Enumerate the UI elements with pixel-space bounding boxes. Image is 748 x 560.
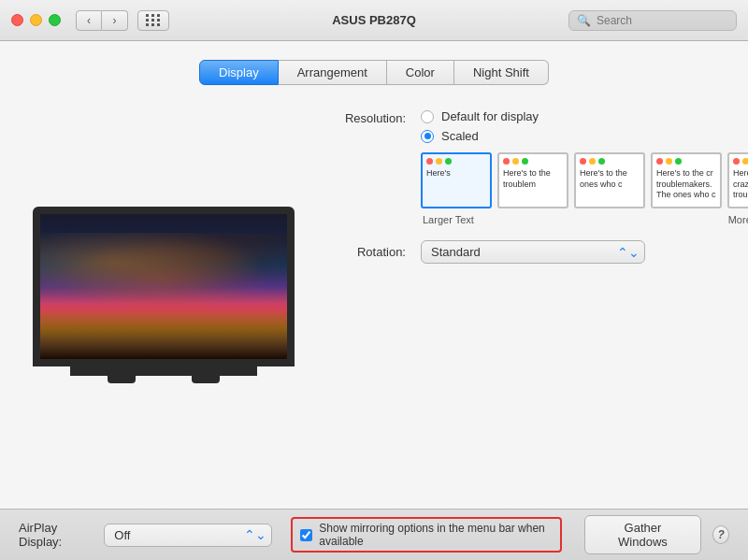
- main-content: Display Arrangement Color Night Shift: [0, 41, 748, 509]
- resolution-scaled-radio[interactable]: [421, 130, 434, 143]
- help-button[interactable]: ?: [712, 525, 729, 544]
- rotation-label: Rotation:: [322, 245, 406, 259]
- res-thumb-dots-4: [656, 158, 682, 165]
- res-thumb-5[interactable]: Here's to the crazy si troublemakers. Th…: [727, 152, 748, 208]
- dot-green-4: [675, 158, 682, 165]
- tab-color[interactable]: Color: [387, 60, 454, 85]
- resolution-thumbnails: Here's Here's to the troublem: [421, 152, 748, 208]
- more-space-label: More Space: [728, 214, 748, 225]
- mirroring-checkbox[interactable]: [300, 529, 312, 541]
- airplay-label: AirPlay Display:: [19, 521, 93, 549]
- dot-red-3: [580, 158, 586, 165]
- res-thumb-dots-1: [426, 158, 452, 165]
- res-thumb-text-4: Here's to the cr troublemakers. The ones…: [656, 168, 716, 202]
- resolution-label: Resolution:: [322, 109, 406, 125]
- search-bar[interactable]: 🔍: [568, 10, 737, 31]
- tab-bar: Display Arrangement Color Night Shift: [28, 60, 720, 85]
- rotation-section: Rotation: Standard 90° 180° 270° ⌃⌄: [322, 240, 748, 264]
- dot-yellow-2: [512, 158, 519, 165]
- grid-view-button[interactable]: [137, 10, 169, 31]
- traffic-lights: [11, 14, 61, 26]
- nav-buttons: ‹ ›: [76, 10, 128, 31]
- search-input[interactable]: [597, 14, 728, 27]
- tv-screen-wrapper: [33, 207, 295, 366]
- gather-windows-button[interactable]: Gather Windows: [584, 515, 702, 554]
- tab-night-shift[interactable]: Night Shift: [454, 60, 549, 85]
- res-thumb-2[interactable]: Here's to the troublem: [497, 152, 568, 208]
- airplay-select[interactable]: Off: [104, 524, 272, 547]
- dot-yellow-5: [742, 158, 748, 165]
- res-thumb-text-2: Here's to the troublem: [503, 168, 563, 190]
- dot-yellow-3: [589, 158, 596, 165]
- res-thumb-text-3: Here's to the ones who c: [580, 168, 640, 190]
- window-title: ASUS PB287Q: [332, 13, 416, 27]
- dot-green: [445, 158, 452, 165]
- tab-arrangement[interactable]: Arrangement: [279, 60, 387, 85]
- back-button[interactable]: ‹: [76, 10, 102, 31]
- mirroring-area: Show mirroring options in the menu bar w…: [291, 517, 561, 553]
- resolution-default-row: Default for display: [421, 109, 748, 123]
- resolution-scaled-row: Scaled: [421, 129, 748, 143]
- close-button[interactable]: [11, 14, 23, 26]
- resolution-scaled-label: Scaled: [441, 129, 479, 143]
- dot-red-4: [656, 158, 663, 165]
- tv-stand-top: [70, 366, 257, 376]
- res-thumb-dots-5: [733, 158, 748, 165]
- tv-screen-image: [40, 233, 287, 308]
- resolution-section: Resolution: Default for display Scaled: [322, 109, 748, 225]
- tv-frame: [33, 207, 295, 383]
- tv-screen: [40, 214, 287, 359]
- content-area: Resolution: Default for display Scaled: [28, 100, 720, 490]
- res-thumb-text-5: Here's to the crazy si troublemakers. Th…: [733, 168, 748, 202]
- rotation-select[interactable]: Standard 90° 180° 270°: [421, 240, 645, 264]
- tv-leg-left: [108, 376, 136, 383]
- airplay-select-wrapper: Off ⌃⌄: [104, 524, 272, 547]
- res-thumb-dots-3: [580, 158, 605, 165]
- settings-panel: Resolution: Default for display Scaled: [322, 100, 748, 490]
- resolution-options: Default for display Scaled: [421, 109, 748, 225]
- res-thumb-3[interactable]: Here's to the ones who c: [574, 152, 645, 208]
- larger-text-label: Larger Text: [423, 214, 474, 225]
- bottom-bar: AirPlay Display: Off ⌃⌄ Show mirroring o…: [0, 509, 748, 560]
- minimize-button[interactable]: [30, 14, 42, 26]
- tv-foot: [33, 376, 295, 383]
- mirroring-checkbox-wrapper: Show mirroring options in the menu bar w…: [291, 517, 561, 553]
- res-thumb-1[interactable]: Here's: [421, 152, 492, 208]
- tv-leg-right: [192, 376, 220, 383]
- dot-red-5: [733, 158, 740, 165]
- forward-button[interactable]: ›: [102, 10, 128, 31]
- dot-yellow: [436, 158, 442, 165]
- rotation-select-wrapper: Standard 90° 180° 270° ⌃⌄: [421, 240, 645, 264]
- dot-red: [426, 158, 433, 165]
- resolution-default-label: Default for display: [441, 109, 539, 123]
- resolution-size-labels: Larger Text More Space: [421, 214, 748, 225]
- tv-preview: [28, 100, 299, 490]
- grid-icon: [146, 14, 161, 26]
- res-thumb-dots-2: [503, 158, 528, 165]
- dot-yellow-4: [666, 158, 672, 165]
- dot-red-2: [503, 158, 510, 165]
- resolution-default-radio[interactable]: [421, 110, 434, 123]
- res-thumb-4[interactable]: Here's to the cr troublemakers. The ones…: [651, 152, 722, 208]
- mirroring-label: Show mirroring options in the menu bar w…: [319, 522, 552, 548]
- dot-green-3: [598, 158, 605, 165]
- res-thumb-text-1: Here's: [426, 168, 451, 179]
- tab-display[interactable]: Display: [199, 60, 279, 85]
- search-icon: 🔍: [577, 14, 591, 27]
- dot-green-2: [522, 158, 528, 165]
- titlebar: ‹ › ASUS PB287Q 🔍: [0, 0, 748, 41]
- maximize-button[interactable]: [49, 14, 61, 26]
